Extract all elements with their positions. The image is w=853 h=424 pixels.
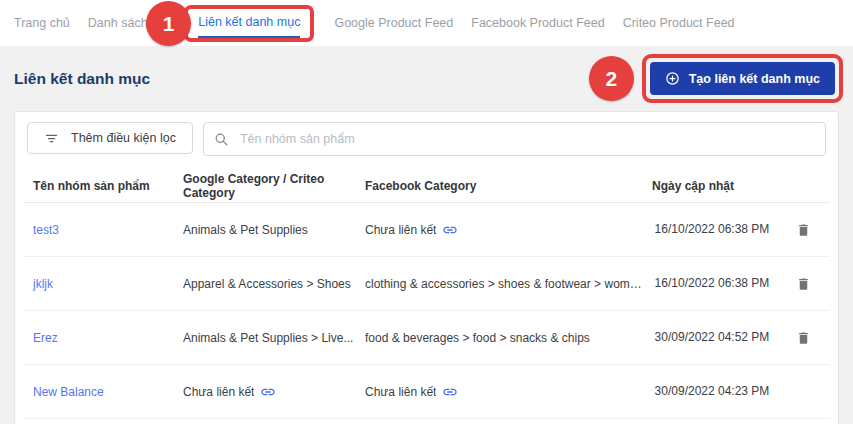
trash-icon[interactable] [796, 276, 811, 292]
annotation-box-create-button: Tạo liên kết danh mục [642, 54, 843, 103]
page-header: Liên kết danh mục 2 Tạo liên kết danh mụ… [0, 46, 853, 111]
updated-date: 30/09/2022 04:52 PM [652, 328, 772, 347]
google-category-cell: Animals & Pet Supplies [183, 223, 355, 237]
facebook-category-cell: Chưa liên kết [365, 222, 642, 238]
google-category-text: Animals & Pet Supplies [183, 223, 308, 237]
table-toolbar: Thêm điều kiện lọc [23, 122, 830, 156]
table-row: jkljk Apparel & Accessories > Shoes clot… [23, 257, 830, 311]
link-icon[interactable] [260, 384, 276, 400]
row-name-link[interactable]: New Balance [33, 385, 173, 399]
category-link-card: Thêm điều kiện lọc Tên nhóm sản phẩm Goo… [14, 111, 839, 424]
updated-date: 16/10/2022 06:38 PM [652, 220, 772, 239]
updated-date: 16/10/2022 06:38 PM [652, 274, 772, 293]
search-icon [214, 132, 229, 147]
facebook-category-text: Chưa liên kết [365, 385, 436, 399]
facebook-category-text: food & beverages > food > snacks & chips [365, 331, 590, 345]
column-header-updated-date: Ngày cập nhật [652, 179, 772, 193]
trash-icon[interactable] [796, 330, 811, 346]
page-title: Liên kết danh mục [14, 70, 150, 88]
row-name-link[interactable]: Erez [33, 331, 173, 345]
tab-criteo-product-feed[interactable]: Criteo Product Feed [623, 16, 735, 30]
filter-icon [44, 131, 59, 146]
google-category-text: Chưa liên kết [183, 385, 254, 399]
column-header-product-group: Tên nhóm sản phẩm [33, 179, 173, 193]
table-body: test3 Animals & Pet Supplies Chưa liên k… [23, 203, 830, 424]
table-header-row: Tên nhóm sản phẩm Google Category / Crit… [23, 170, 830, 203]
table-row: Erez Animals & Pet Supplies > Live... fo… [23, 311, 830, 365]
column-header-facebook-category: Facebook Category [365, 179, 642, 193]
facebook-category-text: clothing & accessories > shoes & footwea… [365, 277, 642, 291]
google-category-cell: Animals & Pet Supplies > Live... [183, 331, 355, 345]
annotation-step-1: 1 [146, 1, 191, 46]
top-tab-bar: Trang chủ Danh sách sả Liên kết danh mục… [0, 0, 853, 46]
tab-facebook-product-feed[interactable]: Facebook Product Feed [471, 16, 604, 30]
updated-date: 30/09/2022 04:23 PM [652, 382, 772, 401]
row-name-link[interactable]: test3 [33, 223, 173, 237]
create-category-link-button-label: Tạo liên kết danh mục [689, 72, 820, 86]
tab-google-product-feed[interactable]: Google Product Feed [334, 16, 453, 30]
add-filter-button-label: Thêm điều kiện lọc [71, 131, 176, 145]
search-input[interactable] [238, 131, 815, 147]
create-category-link-button[interactable]: Tạo liên kết danh mục [650, 62, 835, 95]
facebook-category-text: Chưa liên kết [365, 223, 436, 237]
google-category-cell: Chưa liên kết [183, 384, 355, 400]
table-row: New Balance Chưa liên kết Chưa liên kết … [23, 365, 830, 419]
facebook-category-cell: Chưa liên kết [365, 384, 642, 400]
add-filter-button[interactable]: Thêm điều kiện lọc [27, 122, 193, 154]
google-category-text: Animals & Pet Supplies > Live... [183, 331, 353, 345]
search-box [203, 122, 826, 156]
link-icon[interactable] [442, 222, 458, 238]
row-name-link[interactable]: jkljk [33, 277, 173, 291]
google-category-text: Apparel & Accessories > Shoes [183, 277, 351, 291]
facebook-category-cell: clothing & accessories > shoes & footwea… [365, 277, 642, 291]
link-icon[interactable] [442, 384, 458, 400]
column-header-google-criteo-category: Google Category / Criteo Category [183, 172, 355, 200]
tab-lien-ket-danh-muc-label: Liên kết danh mục [198, 15, 300, 38]
annotation-step-2: 2 [589, 56, 634, 101]
plus-circle-icon [665, 71, 680, 86]
google-category-cell: Apparel & Accessories > Shoes [183, 277, 355, 291]
table-row: test3 Animals & Pet Supplies Chưa liên k… [23, 203, 830, 257]
tab-trang-chu[interactable]: Trang chủ [14, 16, 70, 30]
facebook-category-cell: food & beverages > food > snacks & chips [365, 331, 642, 345]
table-row: Skechers Chưa liên kết Chưa liên kết 30/… [23, 419, 830, 424]
tab-lien-ket-danh-muc[interactable]: Liên kết danh mục [184, 5, 314, 42]
trash-icon[interactable] [796, 222, 811, 238]
